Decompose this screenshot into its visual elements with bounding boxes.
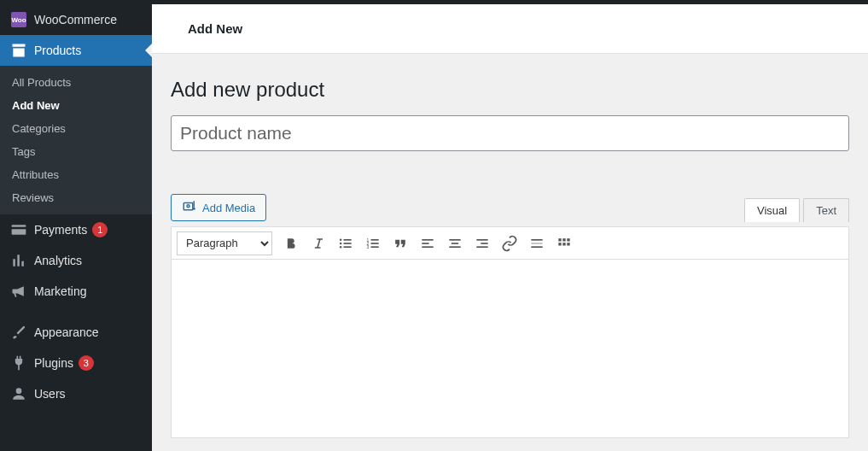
svg-point-2 [193,207,195,209]
products-submenu: All Products Add New Categories Tags Att… [0,66,152,214]
align-center-button[interactable] [441,231,469,256]
svg-rect-29 [567,238,569,241]
svg-rect-17 [422,246,433,248]
sidebar-item-appearance[interactable]: Appearance [0,317,152,348]
tab-text[interactable]: Text [803,198,849,222]
svg-rect-16 [422,243,428,244]
svg-point-4 [340,242,342,244]
editor-content[interactable] [171,259,849,438]
brush-icon [10,324,27,341]
submenu-attributes[interactable]: Attributes [0,163,152,186]
sidebar-item-label: WooCommerce [34,13,117,26]
page-header: Add New [152,4,868,54]
svg-rect-19 [451,243,458,244]
format-select[interactable]: Paragraph [177,231,272,255]
product-name-input[interactable] [171,115,849,151]
plugins-badge: 3 [79,355,94,371]
svg-rect-26 [531,246,542,248]
svg-rect-0 [184,202,193,209]
sidebar-item-woocommerce[interactable]: Woo WooCommerce [0,4,152,35]
submenu-add-new[interactable]: Add New [0,94,152,117]
submenu-tags[interactable]: Tags [0,140,152,163]
archive-icon [10,42,27,59]
svg-rect-18 [449,239,460,241]
blockquote-button[interactable] [387,231,414,256]
sidebar-item-label: Payments [34,223,87,237]
svg-rect-12 [371,239,379,241]
sidebar-item-label: Plugins [34,356,73,370]
svg-rect-21 [476,239,487,241]
sidebar-item-plugins[interactable]: Plugins 3 [0,348,152,378]
svg-point-3 [340,238,342,241]
payments-badge: 1 [92,222,108,237]
align-left-button[interactable] [414,231,441,256]
bulleted-list-button[interactable] [332,231,359,256]
submenu-all-products[interactable]: All Products [0,71,152,94]
sidebar-item-marketing[interactable]: Marketing [0,276,152,307]
megaphone-icon [10,283,27,300]
submenu-categories[interactable]: Categories [0,117,152,140]
submenu-reviews[interactable]: Reviews [0,186,152,209]
sidebar-item-label: Appearance [34,325,99,339]
italic-button[interactable] [305,231,332,256]
sidebar-item-products[interactable]: Products [0,35,152,66]
sidebar-item-label: Analytics [34,254,82,267]
svg-point-5 [340,245,342,248]
user-icon [10,385,27,402]
sidebar-item-analytics[interactable]: Analytics [0,245,152,276]
svg-rect-7 [344,243,352,244]
link-button[interactable] [496,231,523,256]
sidebar-item-users[interactable]: Users [0,378,152,409]
svg-rect-8 [344,246,352,248]
woocommerce-icon: Woo [10,11,27,28]
plug-icon [10,354,27,372]
page-header-title: Add New [188,21,851,36]
svg-text:3: 3 [367,243,370,249]
align-right-button[interactable] [469,231,496,256]
insert-more-button[interactable] [523,231,551,256]
toolbar-toggle-button[interactable] [551,231,578,256]
page-title: Add new product [171,78,849,102]
camera-music-icon [182,199,197,217]
svg-rect-22 [481,243,487,244]
sidebar-item-label: Users [34,387,66,401]
svg-rect-15 [422,239,433,241]
sidebar-item-label: Products [34,44,81,57]
svg-rect-25 [531,243,542,244]
editor-tabs: Visual Text [744,198,849,222]
svg-rect-30 [558,243,561,245]
editor-toolbar: Paragraph 123 [171,226,849,259]
svg-rect-28 [562,238,565,241]
svg-rect-20 [449,246,460,248]
svg-rect-31 [562,243,565,245]
svg-point-1 [187,204,189,207]
svg-rect-6 [344,239,352,241]
svg-rect-24 [531,239,542,241]
tab-visual[interactable]: Visual [744,198,800,222]
svg-rect-27 [558,238,561,241]
svg-rect-13 [371,243,379,244]
svg-rect-23 [476,246,487,248]
credit-card-icon [10,221,27,238]
add-media-label: Add Media [202,202,255,214]
svg-rect-14 [371,246,379,248]
add-media-button[interactable]: Add Media [171,194,266,221]
svg-rect-32 [567,243,569,245]
sidebar-item-label: Marketing [34,284,86,298]
admin-sidebar: Woo WooCommerce Products All Products Ad… [0,4,152,451]
sidebar-item-payments[interactable]: Payments 1 [0,214,152,245]
bold-button[interactable] [277,231,305,256]
chart-bar-icon [10,252,27,269]
numbered-list-button[interactable]: 123 [359,231,387,256]
